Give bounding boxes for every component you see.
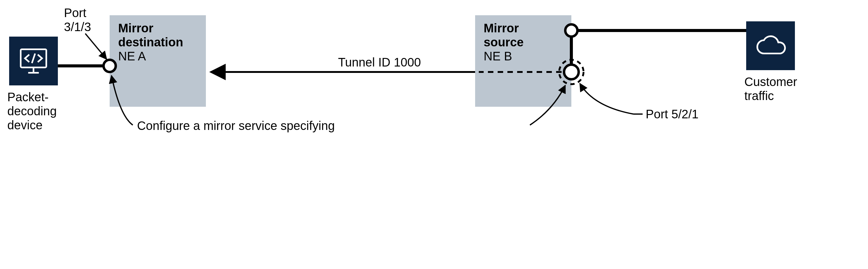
ne-a-title-2: destination bbox=[118, 35, 197, 49]
cloud-icon bbox=[753, 32, 788, 59]
ne-b-title-1: Mirror bbox=[484, 21, 563, 35]
ne-b-sub: NE B bbox=[484, 49, 563, 63]
ne-b-mirror-port-circle bbox=[563, 63, 580, 81]
ne-b-cloud-port-circle bbox=[564, 23, 579, 38]
monitor-code-icon bbox=[17, 44, 51, 78]
config-note-line1: Configure a mirror service specifying bbox=[137, 119, 335, 132]
ne-a-port-circle bbox=[102, 58, 117, 73]
decoder-label-2: decoding bbox=[7, 104, 57, 118]
cloud-label-2: traffic bbox=[744, 89, 797, 103]
ne-b-title-2: source bbox=[484, 35, 563, 49]
decoder-label: Packet- decoding device bbox=[7, 90, 57, 132]
decoder-icon bbox=[9, 36, 58, 85]
cloud-icon-box bbox=[746, 21, 795, 70]
config-note-line2: source and destination parameters bbox=[137, 133, 325, 134]
decoder-label-1: Packet- bbox=[7, 90, 57, 104]
ne-a-box: Mirror destination NE A bbox=[110, 15, 206, 107]
port-a-label-line1: Port bbox=[64, 6, 91, 20]
port-a-label-line2: 3/1/3 bbox=[64, 20, 91, 34]
svg-line-3 bbox=[32, 54, 35, 63]
ne-a-title-1: Mirror bbox=[118, 21, 197, 35]
cloud-label-1: Customer bbox=[744, 75, 797, 89]
ne-a-sub: NE A bbox=[118, 49, 197, 63]
tunnel-label: Tunnel ID 1000 bbox=[338, 55, 421, 70]
port-a-label: Port 3/1/3 bbox=[64, 6, 91, 34]
port-b-label: Port 5/2/1 bbox=[646, 107, 699, 122]
diagram-canvas: Mirror destination NE A Mirror source NE… bbox=[0, 0, 868, 134]
config-note: Configure a mirror service specifying so… bbox=[137, 119, 527, 134]
cloud-label: Customer traffic bbox=[744, 75, 797, 103]
decoder-label-3: device bbox=[7, 118, 57, 132]
ne-b-box: Mirror source NE B bbox=[475, 15, 571, 107]
